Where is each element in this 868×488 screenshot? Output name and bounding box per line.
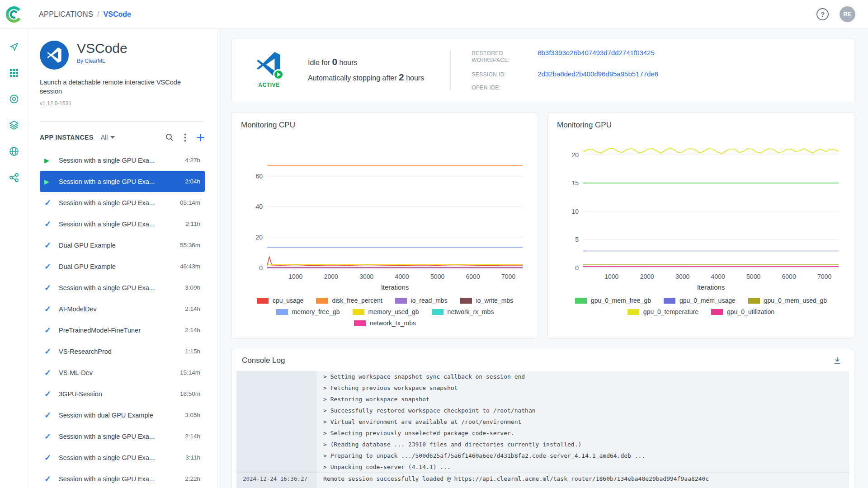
instance-duration: 2:14h [185, 327, 200, 333]
list-item[interactable]: ✓Session with a single GPU Exa...2:22h [40, 468, 205, 488]
legend-item[interactable]: io_write_mbs [460, 297, 513, 304]
session-field: SESSION ID:2d32ba8ded2b400d96d95a95b5177… [472, 70, 658, 78]
instance-name: Session with a single GPU Exa... [59, 178, 185, 185]
clearml-logo[interactable] [0, 5, 28, 24]
instance-name: Session with a single GPU Exa... [59, 199, 180, 206]
left-panel: VSCode By ClearML Launch a detachable re… [28, 29, 218, 488]
legend-item[interactable]: cpu_usage [257, 297, 304, 304]
legend-swatch [575, 298, 587, 304]
instances-filter-dropdown[interactable]: All [101, 134, 115, 141]
check-icon: ✓ [44, 432, 59, 441]
svg-text:0: 0 [575, 264, 579, 272]
svg-text:7000: 7000 [501, 273, 515, 280]
list-item[interactable]: ✓Dual GPU Example55:36m [40, 235, 205, 256]
pipeline-icon[interactable] [9, 173, 19, 183]
check-icon: ✓ [44, 368, 59, 378]
add-instance-button[interactable] [196, 133, 205, 142]
list-item[interactable]: ✓3GPU-Session18:50m [40, 383, 205, 404]
legend-swatch [353, 309, 364, 315]
legend-label: gpu_0_temperature [643, 308, 698, 315]
legend-item[interactable]: io_read_mbs [395, 297, 448, 304]
log-row: > Successfully restored workspace checkp… [236, 405, 849, 416]
legend-item[interactable]: memory_used_gb [353, 308, 419, 315]
layers-icon[interactable] [9, 120, 19, 130]
list-item[interactable]: ✓PreTrainedModel-FineTuner2:14h [40, 319, 205, 341]
legend-item[interactable]: network_tx_mbs [354, 319, 416, 327]
breadcrumb-current[interactable]: VSCode [104, 10, 131, 19]
log-text: > Restoring workspace snapshot [317, 396, 429, 403]
legend-item[interactable]: gpu_0_temperature [627, 308, 698, 315]
nav-rail [0, 29, 28, 488]
instance-duration: 18:50m [180, 390, 200, 397]
log-text: Remote session successfully loaded @ htt… [317, 475, 709, 482]
check-icon: ✓ [44, 198, 59, 208]
legend-item[interactable]: gpu_0_mem_used_gb [748, 297, 827, 304]
app-description: Launch a detachable remote interactive V… [40, 78, 205, 96]
main-content: ACTIVE Idle for 0 hours Automatically st… [218, 29, 868, 488]
legend-item[interactable]: network_rx_mbs [432, 308, 494, 315]
svg-text:Iterations: Iterations [381, 283, 409, 291]
list-item[interactable]: ▶Session with a single GPU Exa...4:27h [40, 150, 205, 171]
monitoring-gpu-canvas: 051015201000200030004000500060007000Iter… [557, 131, 846, 294]
list-item[interactable]: ✓VS-ResearchProd1:15h [40, 341, 205, 362]
list-item[interactable]: ✓Session with a single GPU Exa...3:09h [40, 277, 205, 298]
avatar[interactable]: RE [840, 6, 855, 22]
list-item[interactable]: ✓VS-ML-Dev15:14m [40, 362, 205, 383]
field-value-link[interactable]: 2d32ba8ded2b400d96d95a95b5177de6 [538, 70, 658, 78]
log-timestamp: 2024-12-24 16:36:27 [236, 475, 317, 482]
check-icon: ✓ [44, 240, 59, 250]
instance-duration: 2:22h [185, 475, 200, 482]
instance-name: AI-ModelDev [59, 305, 185, 313]
console-title: Console Log [242, 356, 285, 365]
check-icon: ✓ [44, 453, 59, 463]
monitoring-gpu-plot: 051015201000200030004000500060007000Iter… [557, 131, 845, 296]
legend-swatch [276, 309, 288, 315]
list-item[interactable]: ✓AI-ModelDev2:14h [40, 298, 205, 319]
legend-item[interactable]: memory_free_gb [276, 308, 340, 315]
instance-duration: 2:14h [185, 433, 200, 440]
breadcrumb-applications[interactable]: APPLICATIONS [39, 10, 93, 19]
field-label: RESTORED WORKSPACE: [472, 50, 538, 64]
log-row: > Preparing to unpack .../500d625af75a6f… [236, 450, 849, 461]
download-log-icon[interactable] [829, 356, 846, 366]
legend-swatch [316, 298, 328, 304]
list-item[interactable]: ✓Session with a single GPU Exa...2:11h [40, 213, 205, 235]
list-item[interactable]: ▶Session with a single GPU Exa...2:04h [40, 171, 205, 192]
help-icon[interactable]: ? [816, 8, 829, 20]
check-icon: ✓ [44, 347, 59, 357]
field-value-link[interactable]: 8b3f3393e26b407493d7dd2741f03425 [538, 49, 655, 56]
monitoring-cpu-plot: 02040601000200030004000500060007000Itera… [241, 131, 529, 296]
instance-name: Session with a single GPU Exa... [59, 433, 185, 440]
globe-icon[interactable] [9, 146, 19, 156]
legend-item[interactable]: disk_free_percent [316, 297, 382, 304]
gauge-icon[interactable] [9, 94, 19, 104]
instance-name: PreTrainedModel-FineTuner [59, 327, 185, 334]
list-item[interactable]: ✓Session with a single GPU Exa...05:14m [40, 192, 205, 213]
svg-text:4000: 4000 [395, 273, 409, 280]
legend-swatch [354, 320, 366, 326]
chart-legend: gpu_0_mem_free_gbgpu_0_mem_usagegpu_0_me… [566, 297, 837, 315]
list-item[interactable]: ✓Session with dual GPU Example3:05h [40, 404, 205, 426]
legend-item[interactable]: gpu_0_mem_usage [664, 297, 736, 304]
play-icon: ▶ [44, 157, 59, 164]
by-clearml-link[interactable]: By ClearML [77, 58, 105, 64]
idle-line: Idle for 0 hours [308, 55, 424, 70]
search-icon[interactable] [165, 133, 174, 142]
app-header: VSCode By ClearML [40, 41, 205, 70]
instance-duration: 1:15h [185, 348, 200, 355]
app-title-block: VSCode By ClearML [77, 41, 127, 65]
rocket-icon[interactable] [9, 42, 19, 52]
svg-text:Iterations: Iterations [697, 283, 725, 291]
instance-duration: 2:11h [185, 221, 200, 227]
instance-list: ▶Session with a single GPU Exa...4:27h▶S… [40, 150, 205, 488]
kebab-menu-icon[interactable] [184, 133, 186, 142]
list-item[interactable]: ✓Session with a single GPU Exa...3:11h [40, 447, 205, 468]
legend-item[interactable]: gpu_0_utilization [711, 308, 774, 315]
list-item[interactable]: ✓Dual GPU Example46:43m [40, 256, 205, 277]
instance-duration: 2:04h [185, 178, 200, 185]
grid-icon[interactable] [9, 68, 19, 78]
list-item[interactable]: ✓Session with a single GPU Exa...2:14h [40, 426, 205, 447]
legend-item[interactable]: gpu_0_mem_free_gb [575, 297, 651, 304]
running-play-badge-icon [273, 69, 284, 80]
check-icon: ✓ [44, 474, 59, 484]
